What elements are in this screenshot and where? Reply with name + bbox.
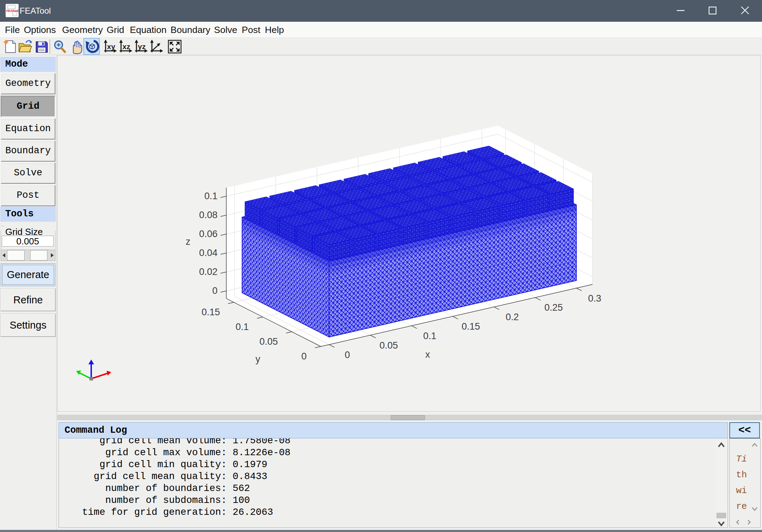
svg-text:0.1: 0.1 — [204, 191, 218, 201]
svg-text:y: y — [255, 354, 260, 364]
svg-text:0.25: 0.25 — [544, 302, 563, 313]
svg-text:x: x — [425, 349, 430, 360]
svg-text:0.05: 0.05 — [380, 340, 398, 351]
svg-text:0: 0 — [301, 351, 307, 362]
svg-text:xz: xz — [122, 42, 130, 50]
svg-text:0.15: 0.15 — [201, 307, 220, 317]
svg-text:0: 0 — [212, 285, 218, 296]
svg-text:0.04: 0.04 — [199, 248, 218, 258]
svg-text:0.05: 0.05 — [259, 336, 278, 347]
svg-text:0: 0 — [345, 350, 350, 360]
svg-text:z: z — [186, 236, 190, 247]
svg-text:yz: yz — [138, 42, 146, 50]
svg-text:0.15: 0.15 — [462, 321, 480, 332]
svg-text:0.3: 0.3 — [588, 293, 601, 304]
svg-text:0.1: 0.1 — [235, 322, 249, 332]
svg-text:0.02: 0.02 — [199, 267, 218, 277]
svg-text:0.08: 0.08 — [199, 210, 218, 220]
svg-text:xy: xy — [107, 42, 115, 50]
svg-text:0.2: 0.2 — [506, 312, 519, 322]
svg-text:0.1: 0.1 — [423, 331, 436, 341]
svg-text:0.06: 0.06 — [199, 229, 218, 239]
